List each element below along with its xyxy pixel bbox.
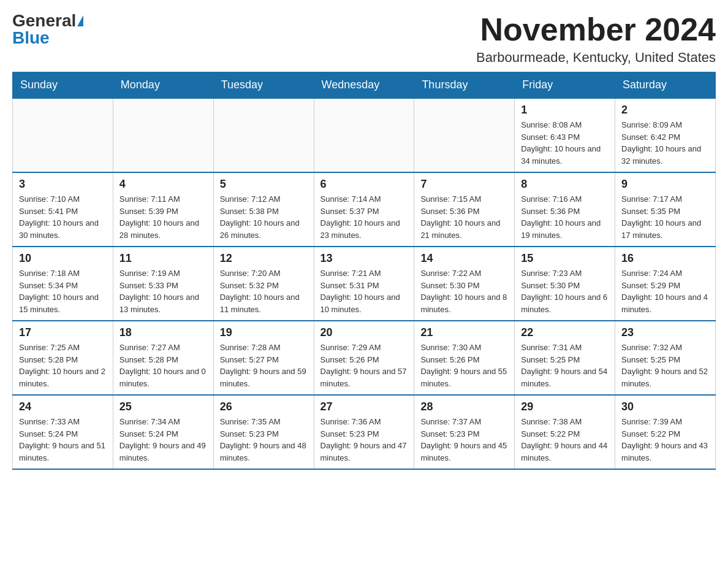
- day-number: 24: [19, 400, 107, 413]
- calendar-cell: 9Sunrise: 7:17 AMSunset: 5:35 PMDaylight…: [615, 172, 716, 247]
- calendar-cell: [314, 98, 414, 172]
- calendar-cell: 16Sunrise: 7:24 AMSunset: 5:29 PMDayligh…: [615, 247, 716, 321]
- day-info: Sunrise: 7:19 AMSunset: 5:33 PMDaylight:…: [119, 267, 207, 315]
- day-info: Sunrise: 7:15 AMSunset: 5:36 PMDaylight:…: [420, 193, 508, 241]
- day-number: 8: [521, 178, 609, 191]
- day-number: 15: [521, 252, 609, 265]
- day-info: Sunrise: 7:17 AMSunset: 5:35 PMDaylight:…: [621, 193, 709, 241]
- calendar-cell: 1Sunrise: 8:08 AMSunset: 6:43 PMDaylight…: [515, 98, 615, 172]
- day-info: Sunrise: 7:34 AMSunset: 5:24 PMDaylight:…: [119, 416, 207, 464]
- day-info: Sunrise: 7:35 AMSunset: 5:23 PMDaylight:…: [220, 416, 308, 464]
- day-info: Sunrise: 8:08 AMSunset: 6:43 PMDaylight:…: [521, 119, 609, 167]
- day-number: 12: [220, 252, 308, 265]
- weekday-header-tuesday: Tuesday: [213, 72, 314, 99]
- day-number: 1: [521, 104, 609, 117]
- weekday-header-thursday: Thursday: [414, 72, 515, 99]
- day-number: 3: [19, 178, 107, 191]
- calendar-cell: 30Sunrise: 7:39 AMSunset: 5:22 PMDayligh…: [615, 395, 716, 469]
- calendar-week-1: 1Sunrise: 8:08 AMSunset: 6:43 PMDaylight…: [13, 98, 716, 172]
- day-number: 2: [621, 104, 709, 117]
- day-number: 20: [320, 326, 408, 339]
- calendar-cell: 12Sunrise: 7:20 AMSunset: 5:32 PMDayligh…: [213, 247, 314, 321]
- day-number: 19: [220, 326, 308, 339]
- calendar-cell: 19Sunrise: 7:28 AMSunset: 5:27 PMDayligh…: [213, 321, 314, 395]
- day-number: 26: [220, 400, 308, 413]
- day-info: Sunrise: 7:36 AMSunset: 5:23 PMDaylight:…: [320, 416, 408, 464]
- calendar-cell: 27Sunrise: 7:36 AMSunset: 5:23 PMDayligh…: [314, 395, 414, 469]
- day-number: 27: [320, 400, 408, 413]
- day-info: Sunrise: 7:38 AMSunset: 5:22 PMDaylight:…: [521, 416, 609, 464]
- day-info: Sunrise: 7:31 AMSunset: 5:25 PMDaylight:…: [521, 342, 609, 389]
- day-info: Sunrise: 7:27 AMSunset: 5:28 PMDaylight:…: [119, 342, 207, 389]
- day-number: 9: [621, 178, 709, 191]
- calendar-week-2: 3Sunrise: 7:10 AMSunset: 5:41 PMDaylight…: [13, 172, 716, 247]
- day-number: 5: [220, 178, 308, 191]
- calendar-cell: 17Sunrise: 7:25 AMSunset: 5:28 PMDayligh…: [13, 321, 113, 395]
- day-number: 25: [119, 400, 207, 413]
- calendar-cell: 20Sunrise: 7:29 AMSunset: 5:26 PMDayligh…: [314, 321, 414, 395]
- weekday-header-row: SundayMondayTuesdayWednesdayThursdayFrid…: [13, 72, 716, 99]
- day-number: 14: [420, 252, 508, 265]
- calendar-week-5: 24Sunrise: 7:33 AMSunset: 5:24 PMDayligh…: [13, 395, 716, 469]
- calendar-cell: 28Sunrise: 7:37 AMSunset: 5:23 PMDayligh…: [414, 395, 515, 469]
- day-number: 28: [420, 400, 508, 413]
- calendar-cell: 11Sunrise: 7:19 AMSunset: 5:33 PMDayligh…: [113, 247, 213, 321]
- calendar-cell: [213, 98, 314, 172]
- calendar-cell: 22Sunrise: 7:31 AMSunset: 5:25 PMDayligh…: [515, 321, 615, 395]
- day-number: 18: [119, 326, 207, 339]
- day-info: Sunrise: 7:32 AMSunset: 5:25 PMDaylight:…: [621, 342, 709, 389]
- day-info: Sunrise: 7:10 AMSunset: 5:41 PMDaylight:…: [19, 193, 107, 241]
- calendar-cell: 14Sunrise: 7:22 AMSunset: 5:30 PMDayligh…: [414, 247, 515, 321]
- logo-triangle-icon: [77, 15, 83, 26]
- weekday-header-wednesday: Wednesday: [314, 72, 414, 99]
- day-info: Sunrise: 7:30 AMSunset: 5:26 PMDaylight:…: [420, 342, 508, 389]
- day-info: Sunrise: 7:25 AMSunset: 5:28 PMDaylight:…: [19, 342, 107, 389]
- calendar-cell: 6Sunrise: 7:14 AMSunset: 5:37 PMDaylight…: [314, 172, 414, 247]
- day-number: 7: [420, 178, 508, 191]
- day-info: Sunrise: 7:22 AMSunset: 5:30 PMDaylight:…: [420, 267, 508, 315]
- logo: General Blue: [12, 12, 83, 47]
- day-number: 17: [19, 326, 107, 339]
- calendar-cell: 18Sunrise: 7:27 AMSunset: 5:28 PMDayligh…: [113, 321, 213, 395]
- day-info: Sunrise: 7:14 AMSunset: 5:37 PMDaylight:…: [320, 193, 408, 241]
- day-info: Sunrise: 7:24 AMSunset: 5:29 PMDaylight:…: [621, 267, 709, 315]
- calendar-week-4: 17Sunrise: 7:25 AMSunset: 5:28 PMDayligh…: [13, 321, 716, 395]
- calendar-cell: [113, 98, 213, 172]
- calendar-cell: 2Sunrise: 8:09 AMSunset: 6:42 PMDaylight…: [615, 98, 716, 172]
- day-info: Sunrise: 7:18 AMSunset: 5:34 PMDaylight:…: [19, 267, 107, 315]
- calendar-cell: 29Sunrise: 7:38 AMSunset: 5:22 PMDayligh…: [515, 395, 615, 469]
- calendar-cell: 15Sunrise: 7:23 AMSunset: 5:30 PMDayligh…: [515, 247, 615, 321]
- calendar-cell: 5Sunrise: 7:12 AMSunset: 5:38 PMDaylight…: [213, 172, 314, 247]
- day-number: 23: [621, 326, 709, 339]
- day-number: 30: [621, 400, 709, 413]
- weekday-header-sunday: Sunday: [13, 72, 113, 99]
- calendar-cell: 23Sunrise: 7:32 AMSunset: 5:25 PMDayligh…: [615, 321, 716, 395]
- day-info: Sunrise: 7:11 AMSunset: 5:39 PMDaylight:…: [119, 193, 207, 241]
- calendar-cell: 10Sunrise: 7:18 AMSunset: 5:34 PMDayligh…: [13, 247, 113, 321]
- weekday-header-friday: Friday: [515, 72, 615, 99]
- day-number: 16: [621, 252, 709, 265]
- calendar-cell: 3Sunrise: 7:10 AMSunset: 5:41 PMDaylight…: [13, 172, 113, 247]
- calendar-cell: 4Sunrise: 7:11 AMSunset: 5:39 PMDaylight…: [113, 172, 213, 247]
- day-info: Sunrise: 7:37 AMSunset: 5:23 PMDaylight:…: [420, 416, 508, 464]
- location-title: Barbourmeade, Kentucky, United States: [476, 50, 716, 66]
- logo-general-text: General: [12, 12, 76, 29]
- calendar-cell: [414, 98, 515, 172]
- day-number: 21: [420, 326, 508, 339]
- day-number: 6: [320, 178, 408, 191]
- calendar-cell: 26Sunrise: 7:35 AMSunset: 5:23 PMDayligh…: [213, 395, 314, 469]
- day-info: Sunrise: 7:12 AMSunset: 5:38 PMDaylight:…: [220, 193, 308, 241]
- calendar-cell: 25Sunrise: 7:34 AMSunset: 5:24 PMDayligh…: [113, 395, 213, 469]
- title-block: November 2024 Barbourmeade, Kentucky, Un…: [476, 12, 716, 66]
- day-number: 22: [521, 326, 609, 339]
- calendar-week-3: 10Sunrise: 7:18 AMSunset: 5:34 PMDayligh…: [13, 247, 716, 321]
- calendar-cell: 21Sunrise: 7:30 AMSunset: 5:26 PMDayligh…: [414, 321, 515, 395]
- logo-blue-text: Blue: [12, 29, 50, 47]
- weekday-header-monday: Monday: [113, 72, 213, 99]
- calendar-table: SundayMondayTuesdayWednesdayThursdayFrid…: [12, 72, 716, 470]
- day-info: Sunrise: 7:21 AMSunset: 5:31 PMDaylight:…: [320, 267, 408, 315]
- calendar-cell: 7Sunrise: 7:15 AMSunset: 5:36 PMDaylight…: [414, 172, 515, 247]
- page-header: General Blue November 2024 Barbourmeade,…: [12, 12, 716, 66]
- day-number: 13: [320, 252, 408, 265]
- day-number: 10: [19, 252, 107, 265]
